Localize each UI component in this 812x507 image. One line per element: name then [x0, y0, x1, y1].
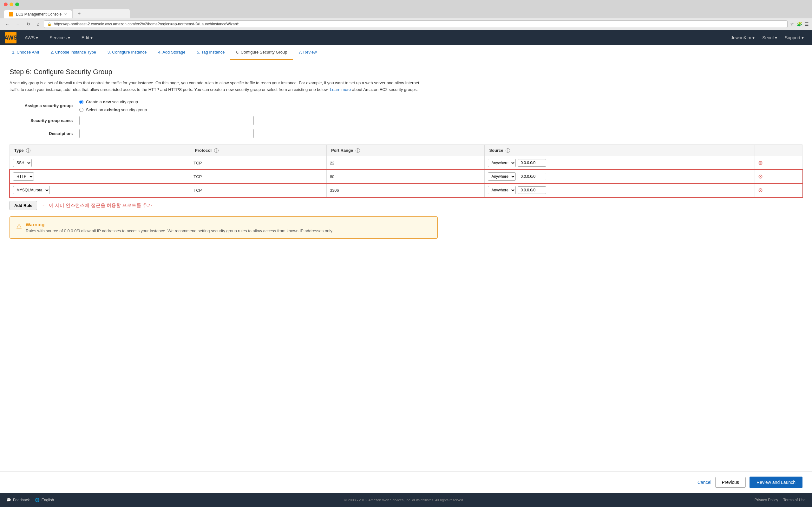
- tab-favicon: [9, 12, 13, 16]
- source-cell: Anywhere: [485, 183, 755, 197]
- table-row: HTTP TCP 80 Anywhere ⊗: [10, 170, 803, 183]
- remove-rule-button[interactable]: ⊗: [758, 173, 763, 180]
- port-cell: 22: [326, 156, 485, 170]
- tab-label: EC2 Management Console: [16, 12, 61, 16]
- step-7[interactable]: 7. Review: [293, 45, 322, 60]
- sg-name-input[interactable]: launch-wizard-1: [79, 116, 254, 125]
- main-content: Step 6: Configure Security Group A secur…: [0, 60, 812, 471]
- cidr-input[interactable]: [518, 159, 546, 167]
- sg-name-row: Security group name: launch-wizard-1: [9, 116, 803, 125]
- source-select[interactable]: Anywhere: [488, 159, 516, 167]
- assign-sg-row: Assign a security group: Create a new se…: [9, 100, 803, 112]
- protocol-cell: TCP: [190, 156, 327, 170]
- window-min-btn[interactable]: [9, 3, 13, 6]
- nav-aws[interactable]: AWS ▾: [21, 33, 41, 43]
- type-cell: SSH: [10, 156, 190, 170]
- step-5[interactable]: 5. Tag Instance: [191, 45, 230, 60]
- source-select[interactable]: Anywhere: [488, 172, 516, 181]
- sg-desc-label: Description:: [9, 131, 79, 136]
- port-info-icon[interactable]: i: [356, 148, 360, 153]
- copyright-text: © 2008 - 2016, Amazon Web Services, Inc.…: [54, 498, 755, 502]
- type-select[interactable]: MYSQL/Aurora: [13, 186, 50, 194]
- remove-cell: ⊗: [755, 170, 803, 183]
- wizard-steps: 1. Choose AMI 2. Choose Instance Type 3.…: [0, 45, 812, 60]
- protocol-cell: TCP: [190, 183, 327, 197]
- warning-box: ⚠ Warning Rules with source of 0.0.0.0/0…: [9, 216, 438, 239]
- protocol-info-icon[interactable]: i: [214, 148, 218, 153]
- browser-tab-new[interactable]: +: [72, 9, 130, 18]
- select-existing-radio[interactable]: [79, 108, 84, 112]
- source-cell: Anywhere: [485, 170, 755, 183]
- tab-close-btn[interactable]: ✕: [64, 12, 67, 16]
- browser-tab-active[interactable]: EC2 Management Console ✕: [4, 10, 72, 18]
- type-select[interactable]: HTTP: [13, 172, 34, 181]
- step-3[interactable]: 3. Configure Instance: [102, 45, 153, 60]
- table-row: SSH TCP 22 Anywhere ⊗: [10, 156, 803, 170]
- source-cell: Anywhere: [485, 156, 755, 170]
- nav-services[interactable]: Services ▾: [46, 33, 73, 43]
- page-title: Step 6: Configure Security Group: [9, 68, 803, 76]
- previous-button[interactable]: Previous: [715, 477, 746, 488]
- menu-icon[interactable]: ☰: [805, 21, 809, 26]
- back-btn[interactable]: ←: [3, 21, 11, 27]
- col-action: [755, 145, 803, 156]
- select-existing-radio-label[interactable]: Select an existing security group: [79, 107, 147, 112]
- new-tab-icon: +: [78, 11, 81, 16]
- aws-logo: AWS: [5, 32, 16, 43]
- step-1[interactable]: 1. Choose AMI: [6, 45, 45, 60]
- col-source: Source i: [485, 145, 755, 156]
- extensions-icon[interactable]: 🧩: [797, 21, 802, 26]
- source-select[interactable]: Anywhere: [488, 186, 516, 194]
- type-select[interactable]: SSH: [13, 159, 32, 167]
- step-2[interactable]: 2. Choose Instance Type: [45, 45, 102, 60]
- bookmark-icon[interactable]: ☆: [790, 21, 794, 26]
- nav-user[interactable]: JuwonKim ▾: [728, 33, 758, 43]
- sg-desc-input[interactable]: launch-wizard-1 created 2016-01-11T15:13…: [79, 129, 254, 138]
- terms-of-use-link[interactable]: Terms of Use: [783, 498, 806, 502]
- source-info-icon[interactable]: i: [506, 148, 510, 153]
- add-rule-arrow-icon: →: [41, 203, 45, 208]
- refresh-btn[interactable]: ↻: [25, 21, 32, 27]
- remove-rule-button[interactable]: ⊗: [758, 187, 763, 193]
- cancel-button[interactable]: Cancel: [698, 480, 711, 485]
- warning-text: Rules with source of 0.0.0.0/0 allow all…: [26, 228, 333, 233]
- globe-icon: 🌐: [35, 498, 40, 502]
- step-6[interactable]: 6. Configure Security Group: [230, 45, 293, 60]
- privacy-policy-link[interactable]: Privacy Policy: [755, 498, 778, 502]
- type-cell: MYSQL/Aurora: [10, 183, 190, 197]
- type-cell: HTTP: [10, 170, 190, 183]
- nav-edit[interactable]: Edit ▾: [78, 33, 96, 43]
- create-new-radio[interactable]: [79, 100, 84, 104]
- assign-sg-section: Assign a security group: Create a new se…: [9, 100, 803, 138]
- language-selector[interactable]: 🌐 English: [35, 498, 54, 502]
- review-launch-button[interactable]: Review and Launch: [750, 476, 803, 488]
- remove-rule-button[interactable]: ⊗: [758, 159, 763, 166]
- feedback-link[interactable]: 💬 Feedback: [6, 498, 30, 502]
- learn-more-link[interactable]: Learn more: [330, 87, 351, 92]
- cidr-input[interactable]: [518, 186, 546, 194]
- table-row: MYSQL/Aurora TCP 3306 Anywhere ⊗: [10, 183, 803, 197]
- step-4[interactable]: 4. Add Storage: [152, 45, 191, 60]
- add-rule-section: Add Rule → 이 서버 인스턴스에 접근을 허용할 프로토콜 추가: [9, 201, 803, 210]
- type-info-icon[interactable]: i: [26, 148, 31, 153]
- url-text: https://ap-northeast-2.console.aws.amazo…: [54, 22, 239, 26]
- remove-cell: ⊗: [755, 156, 803, 170]
- nav-region[interactable]: Seoul ▾: [759, 33, 780, 43]
- remove-cell: ⊗: [755, 183, 803, 197]
- window-close-btn[interactable]: [4, 3, 8, 6]
- address-bar[interactable]: 🔒 https://ap-northeast-2.console.aws.ama…: [44, 20, 788, 28]
- home-btn[interactable]: ⌂: [35, 21, 41, 27]
- forward-btn[interactable]: →: [14, 21, 22, 27]
- window-max-btn[interactable]: [15, 3, 19, 6]
- rules-table: Type i Protocol i Port Range i Source i: [9, 145, 803, 198]
- page-footer: 💬 Feedback 🌐 English © 2008 - 2016, Amaz…: [0, 493, 812, 507]
- nav-support[interactable]: Support ▾: [781, 33, 807, 43]
- sg-name-label: Security group name:: [9, 118, 79, 123]
- feedback-icon: 💬: [6, 498, 11, 502]
- add-rule-button[interactable]: Add Rule: [9, 201, 37, 210]
- cidr-input[interactable]: [518, 173, 546, 180]
- footer-actions: Cancel Previous Review and Launch: [0, 471, 812, 493]
- sg-desc-row: Description: launch-wizard-1 created 201…: [9, 129, 803, 138]
- create-new-radio-label[interactable]: Create a new security group: [79, 100, 147, 104]
- protocol-cell: TCP: [190, 170, 327, 183]
